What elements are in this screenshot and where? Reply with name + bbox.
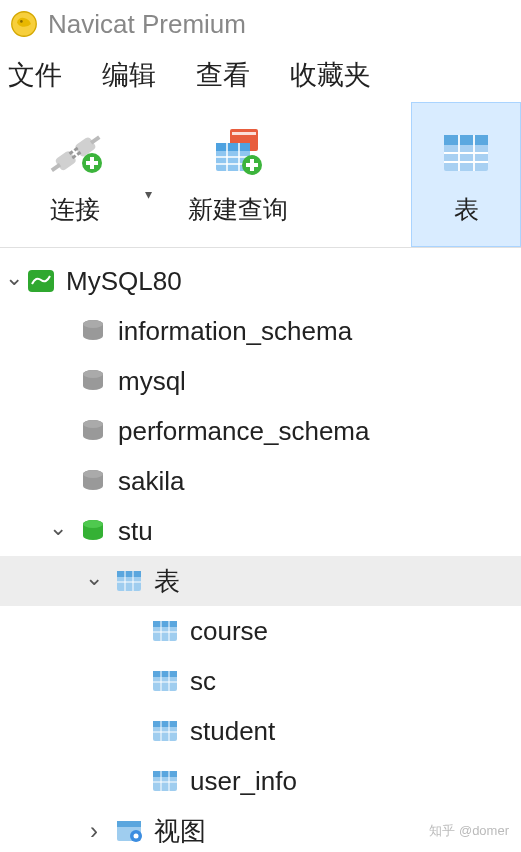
views-group-icon — [114, 816, 144, 846]
table-item-icon — [150, 616, 180, 646]
tree-table-sc[interactable]: sc — [0, 656, 521, 706]
plug-icon — [44, 123, 106, 183]
svg-rect-23 — [246, 163, 258, 167]
tree-db-mysql[interactable]: mysql — [0, 356, 521, 406]
toolbar-query-label: 新建查询 — [188, 193, 288, 226]
svg-rect-25 — [444, 135, 488, 145]
object-tree: MySQL80 information_schema mysql perform… — [0, 248, 521, 852]
toolbar: 连接 ▾ 新建查询 — [0, 102, 521, 248]
table-icon — [440, 123, 492, 183]
svg-rect-12 — [86, 161, 98, 165]
svg-rect-47 — [153, 621, 177, 627]
connection-label: MySQL80 — [66, 266, 182, 297]
table-item-icon — [150, 666, 180, 696]
expander-icon[interactable] — [74, 568, 114, 594]
svg-rect-52 — [153, 671, 177, 677]
watermark: 知乎 @domer — [429, 822, 509, 840]
svg-rect-67 — [117, 821, 141, 827]
svg-rect-14 — [232, 132, 256, 135]
tree-group-tables[interactable]: 表 — [0, 556, 521, 606]
svg-point-1 — [20, 20, 23, 23]
svg-point-38 — [83, 470, 103, 478]
db-label: information_schema — [118, 316, 352, 347]
expander-icon[interactable] — [38, 518, 78, 544]
db-label: performance_schema — [118, 416, 369, 447]
menu-view[interactable]: 查看 — [196, 57, 250, 93]
table-label: user_info — [190, 766, 297, 797]
tree-table-user-info[interactable]: user_info — [0, 756, 521, 806]
toolbar-connect-label: 连接 — [50, 193, 100, 226]
navicat-logo-icon — [10, 10, 38, 38]
database-active-icon — [78, 516, 108, 546]
svg-point-34 — [83, 370, 103, 378]
group-label: 表 — [154, 564, 180, 599]
database-icon — [78, 316, 108, 346]
app-title: Navicat Premium — [48, 9, 246, 40]
svg-rect-62 — [153, 771, 177, 777]
menu-edit[interactable]: 编辑 — [102, 57, 156, 93]
table-label: sc — [190, 666, 216, 697]
tree-db-sakila[interactable]: sakila — [0, 456, 521, 506]
tree-table-student[interactable]: student — [0, 706, 521, 756]
svg-rect-57 — [153, 721, 177, 727]
svg-rect-42 — [117, 571, 141, 577]
query-icon — [210, 123, 266, 183]
toolbar-table-label: 表 — [454, 193, 479, 226]
table-label: student — [190, 716, 275, 747]
menu-favorites[interactable]: 收藏夹 — [290, 57, 371, 93]
table-label: course — [190, 616, 268, 647]
tree-db-information-schema[interactable]: information_schema — [0, 306, 521, 356]
menu-file[interactable]: 文件 — [8, 57, 62, 93]
svg-point-69 — [134, 834, 139, 839]
tree-table-course[interactable]: course — [0, 606, 521, 656]
mysql-connection-icon — [26, 266, 56, 296]
db-label: stu — [118, 516, 153, 547]
tree-connection[interactable]: MySQL80 — [0, 256, 521, 306]
expander-icon[interactable] — [2, 268, 26, 294]
menu-bar: 文件 编辑 查看 收藏夹 — [0, 48, 521, 102]
tree-db-performance-schema[interactable]: performance_schema — [0, 406, 521, 456]
svg-point-40 — [83, 520, 103, 528]
expander-icon[interactable] — [74, 817, 114, 845]
group-label: 视图 — [154, 814, 206, 849]
toolbar-connect[interactable]: 连接 ▾ — [0, 102, 150, 247]
svg-point-32 — [83, 320, 103, 328]
database-icon — [78, 366, 108, 396]
svg-point-36 — [83, 420, 103, 428]
table-item-icon — [150, 716, 180, 746]
database-icon — [78, 466, 108, 496]
db-label: mysql — [118, 366, 186, 397]
database-icon — [78, 416, 108, 446]
tree-db-stu[interactable]: stu — [0, 506, 521, 556]
title-bar: Navicat Premium — [0, 0, 521, 48]
table-item-icon — [150, 766, 180, 796]
db-label: sakila — [118, 466, 184, 497]
toolbar-new-query[interactable]: 新建查询 — [150, 102, 325, 247]
toolbar-table[interactable]: 表 — [411, 102, 521, 247]
svg-rect-16 — [216, 143, 250, 151]
tables-group-icon — [114, 566, 144, 596]
